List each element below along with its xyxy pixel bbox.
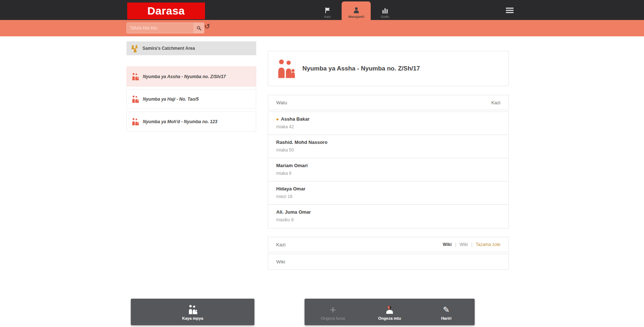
- person-name: Ali. Juma Omar: [276, 208, 508, 216]
- search-input[interactable]: [127, 23, 194, 33]
- top-bar: Darasa Kazi Wanajamii Grafu: [0, 0, 644, 20]
- flag-icon: [324, 6, 331, 14]
- person-row-mariam[interactable]: Mariam Omari miaka 6: [268, 158, 508, 182]
- family-icon: [188, 304, 198, 315]
- people-list: ◆Assha Bakar miaka 42 Rashid. Mohd Nasso…: [268, 112, 509, 229]
- search-bar: ↺: [0, 20, 644, 36]
- tasks-header-row: Kazi Wiki | Wiki | Tazama zote: [268, 237, 509, 252]
- person-icon: [353, 6, 360, 14]
- person-name: ◆Assha Bakar: [276, 115, 508, 123]
- family-icon: [131, 95, 139, 103]
- tab-grafu[interactable]: Grafu: [374, 1, 395, 20]
- bar-chart-icon: [382, 6, 389, 14]
- person-row-assha[interactable]: ◆Assha Bakar miaka 42: [268, 112, 508, 135]
- button-label: Kaya mpya: [182, 316, 203, 320]
- people-group-icon: [131, 44, 139, 52]
- add-opportunity-button[interactable]: + Ongeza fursa: [311, 304, 355, 320]
- tab-label: Kazi: [324, 15, 331, 19]
- person-row-rashid[interactable]: Rashid. Mohd Nassoro miaka 50: [268, 135, 508, 158]
- tab-kazi[interactable]: Kazi: [317, 1, 338, 20]
- button-label: Ongeza fursa: [321, 316, 345, 320]
- task-group-label: Wiki: [276, 259, 285, 265]
- person-age: masiku 8: [276, 216, 508, 223]
- person-name: Hidaya Omar: [276, 185, 508, 193]
- search-icon: [196, 25, 202, 31]
- sidebar-item-household-assha[interactable]: Nyumba ya Assha - Nyumba no. Z/Sh/17: [126, 66, 256, 86]
- sidebar-item-catchment-area[interactable]: Samira's Catchment Area: [126, 41, 256, 55]
- flag-diamond-icon: ◆: [276, 117, 279, 121]
- nav-tabs: Kazi Wanajamii Grafu: [317, 0, 395, 20]
- tab-wanajamii[interactable]: Wanajamii: [342, 1, 371, 20]
- menu-icon[interactable]: [506, 8, 514, 13]
- tasks-header-title: Kazi: [276, 242, 285, 247]
- tab-label: Grafu: [381, 15, 389, 19]
- person-name: Rashid. Mohd Nassoro: [276, 138, 508, 146]
- person-name: Mariam Omari: [276, 162, 508, 170]
- catchment-label: Samira's Catchment Area: [142, 46, 195, 51]
- person-age: miezi 16: [276, 193, 508, 200]
- household-header-card: Nyumba ya Assha - Nyumba no. Z/Sh/17: [268, 51, 509, 86]
- filter-wiki[interactable]: Wiki: [460, 242, 468, 247]
- app-logo: Darasa: [127, 3, 205, 19]
- sidebar-item-household-mohd[interactable]: Nyumba ya Moh'd - Nyumba no. 123: [126, 112, 256, 132]
- household-label: Nyumba ya Haji - No. Tao/5: [143, 97, 199, 102]
- filter-wiki-active[interactable]: Wiki: [443, 242, 452, 247]
- tab-label: Wanajamii: [348, 15, 364, 19]
- search-box: [126, 23, 204, 33]
- button-label: Hariri: [441, 316, 452, 320]
- add-person-icon: [385, 304, 394, 315]
- filter-separator: |: [455, 242, 456, 247]
- view-all-link[interactable]: Tazama zote: [476, 242, 500, 247]
- add-person-button[interactable]: Ongeza mtu: [368, 304, 411, 320]
- plus-icon: +: [330, 304, 336, 315]
- people-header-left: Watu: [276, 100, 287, 105]
- family-icon: [131, 118, 139, 126]
- person-age: miaka 50: [276, 146, 508, 154]
- new-household-button[interactable]: Kaya mpya: [171, 304, 214, 320]
- family-icon: [131, 73, 139, 81]
- person-age: miaka 6: [276, 170, 508, 177]
- sidebar-item-household-haji[interactable]: Nyumba ya Haji - No. Tao/5: [126, 89, 256, 109]
- tasks-filters: Wiki | Wiki | Tazama zote: [443, 242, 500, 247]
- refresh-icon[interactable]: ↺: [204, 22, 210, 31]
- button-label: Ongeza mtu: [378, 316, 401, 320]
- household-label: Nyumba ya Assha - Nyumba no. Z/Sh/17: [143, 74, 226, 79]
- person-age: miaka 42: [276, 123, 508, 130]
- family-icon-large: [275, 58, 296, 79]
- darasa-app: Darasa Kazi Wanajamii Grafu: [0, 0, 644, 327]
- detail-action-bar: + Ongeza fursa Ongeza mtu ✎ Hariri: [305, 299, 475, 325]
- person-row-hidaya[interactable]: Hidaya Omar miezi 16: [268, 182, 508, 205]
- household-title: Nyumba ya Assha - Nyumba no. Z/Sh/17: [302, 65, 420, 72]
- filter-separator: |: [471, 242, 472, 247]
- search-button[interactable]: [194, 23, 204, 33]
- edit-button[interactable]: ✎ Hariri: [424, 304, 468, 320]
- pencil-icon: ✎: [443, 304, 450, 315]
- person-row-ali[interactable]: Ali. Juma Omar masiku 8: [268, 205, 508, 228]
- people-header-right: Kazi: [491, 100, 500, 105]
- people-header-row: Watu Kazi: [268, 95, 509, 110]
- sidebar-action-bar: Kaya mpya: [131, 299, 254, 325]
- task-group-row[interactable]: Wiki: [268, 254, 509, 270]
- household-label: Nyumba ya Moh'd - Nyumba no. 123: [143, 119, 217, 124]
